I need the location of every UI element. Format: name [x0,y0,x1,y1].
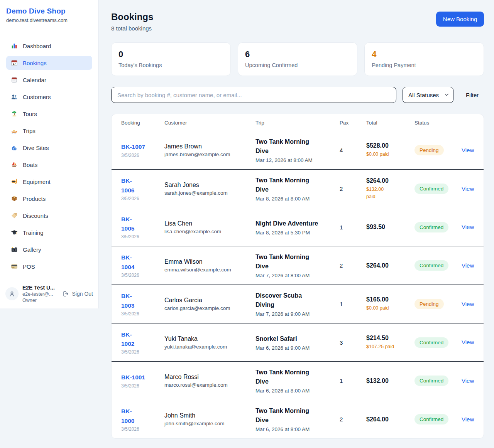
trip-name: Night Dive Adventure [255,219,322,228]
total-cell: $264.00 [366,256,414,275]
table-row: BK-1002 3/5/2026 Yuki Tanaka yuki.tanaka… [112,323,484,362]
column-header-actions [461,117,474,128]
booking-date: 3/5/2026 [121,383,164,389]
pax-count: 3 [339,333,366,352]
view-link[interactable]: View [462,301,474,307]
booking-link[interactable]: BK-1004 [121,253,134,271]
total-amount: $264.00 [366,416,414,423]
booking-date: 3/5/2026 [121,273,164,278]
customer-email: yuki.tanaka@example.com [164,344,255,350]
view-link[interactable]: View [462,416,474,423]
status-badge: Confirmed [414,376,448,386]
avatar [5,287,19,300]
status-cell: Confirmed [414,369,461,392]
status-cell: Pending [414,139,461,162]
view-link[interactable]: View [462,147,474,153]
sidebar-item-discounts[interactable]: Discounts [6,209,92,222]
customer-cell: Yuki Tanaka yuki.tanaka@example.com [164,329,255,356]
trip-name: Discover Scuba Diving [255,291,322,310]
sidebar-item-label: Training [23,229,44,236]
booking-link[interactable]: BK-1000 [121,407,134,425]
view-link[interactable]: View [462,377,474,384]
sidebar-item-calendar[interactable]: Calendar [6,73,92,87]
booking-link[interactable]: BK-1003 [121,291,134,310]
calendar-icon [11,76,18,83]
sidebar-item-trips[interactable]: Trips [6,124,92,138]
status-badge: Confirmed [414,337,448,348]
new-booking-button[interactable]: New Booking [436,12,484,27]
stat-value: 4 [372,49,477,59]
table-row: BK-1004 3/5/2026 Emma Wilson emma.wilson… [112,246,484,285]
status-badge: Pending [414,299,444,309]
sidebar-item-boats[interactable]: Boats [6,158,92,172]
customer-cell: John Smith john.smith@example.com [164,406,255,433]
trip-cell: Two Tank Morning Dive Mar 6, 2026 at 8:0… [255,362,339,400]
sidebar-item-products[interactable]: Products [6,192,92,205]
paid-amount: $0.00 paid [366,151,399,158]
sign-out-button[interactable]: Sign Out [63,290,93,297]
sidebar-item-tours[interactable]: Tours [6,107,92,121]
column-header-status: Status [414,114,461,131]
main-content: Bookings 8 total bookings New Booking 0 … [99,0,494,448]
logout-icon [63,290,69,297]
filter-button[interactable]: Filter [460,92,484,98]
booking-cell: BK-1002 3/5/2026 [121,324,164,361]
customer-cell: Carlos Garcia carlos.garcia@example.com [164,291,255,317]
booking-link[interactable]: BK-1005 [121,215,134,233]
total-amount: $165.00 [366,296,414,303]
sidebar-item-training[interactable]: Training [6,226,92,239]
actions-cell: View [461,141,474,160]
sidebar-item-bookings[interactable]: 17 Bookings [6,56,92,70]
sidebar-item-dive-sites[interactable]: Dive Sites [6,141,92,155]
sidebar-item-label: Trips [23,128,36,134]
booking-date: 3/5/2026 [121,349,164,355]
page: Demo Dive Shop demo.test.divestreams.com… [0,0,494,448]
view-link[interactable]: View [462,339,474,345]
trip-cell: Two Tank Morning Dive Mar 12, 2026 at 8:… [255,131,339,169]
calendar-date-icon: 17 [11,59,18,66]
dive-mask-icon [11,178,18,185]
pax-count: 2 [339,410,366,429]
trip-name: Two Tank Morning Dive [255,368,322,386]
trip-datetime: Mar 6, 2026 at 9:00 AM [255,345,339,351]
booking-cell: BK-1003 3/5/2026 [121,285,164,322]
booking-link[interactable]: BK-1001 [121,373,145,382]
table-row: BK-1007 3/5/2026 James Brown james.brown… [112,131,484,170]
pax-count: 1 [339,218,366,237]
view-link[interactable]: View [462,185,474,192]
booking-link[interactable]: BK-1002 [121,330,134,349]
trip-cell: Two Tank Morning Dive Mar 8, 2026 at 8:0… [255,170,339,208]
booking-link[interactable]: BK-1006 [121,176,134,195]
sidebar-item-equipment[interactable]: Equipment [6,175,92,189]
svg-text:17: 17 [13,62,16,65]
view-link[interactable]: View [462,224,474,230]
customer-name: Yuki Tanaka [164,335,255,342]
sidebar-item-dashboard[interactable]: Dashboard [6,39,92,53]
table-row: BK-1005 3/5/2026 Lisa Chen lisa.chen@exa… [112,208,484,246]
booking-date: 3/5/2026 [121,196,164,201]
sidebar-item-pos[interactable]: POS [6,259,92,273]
stat-card-today-s-bookings: 0 Today's Bookings [111,42,231,76]
table-row: BK-1006 3/5/2026 Sarah Jones sarah.jones… [112,170,484,208]
total-cell: $264.00 [366,410,414,429]
customer-cell: Emma Wilson emma.wilson@example.com [164,252,255,279]
sailboat-icon [11,161,18,168]
view-link[interactable]: View [462,262,474,269]
status-filter-select[interactable]: All Statuses [403,87,453,103]
pax-count: 1 [339,371,366,390]
status-cell: Confirmed [414,216,461,239]
booking-link[interactable]: BK-1007 [121,142,145,152]
sidebar-item-label: Gallery [23,246,41,253]
page-title: Bookings [111,12,153,22]
booking-date: 3/5/2026 [121,426,164,432]
status-cell: Confirmed [414,254,461,277]
status-badge: Confirmed [414,414,448,424]
sidebar-item-customers[interactable]: Customers [6,90,92,104]
sidebar-item-gallery[interactable]: Gallery [6,243,92,256]
trip-cell: Two Tank Morning Dive Mar 6, 2026 at 8:0… [255,400,339,438]
stat-value: 6 [245,49,350,59]
column-header-booking: Booking [121,114,164,131]
brand-name: Demo Dive Shop [6,7,92,15]
island-icon [11,110,18,117]
search-input[interactable] [111,87,396,103]
